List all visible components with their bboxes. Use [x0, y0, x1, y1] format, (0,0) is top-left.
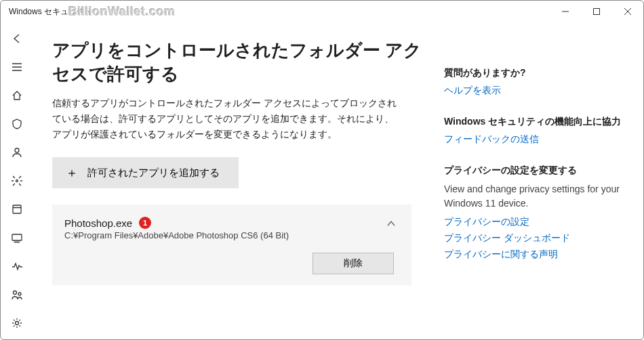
sidebar-item-app-browser[interactable]: [3, 196, 31, 223]
svg-rect-9: [13, 205, 21, 213]
maximize-button[interactable]: [581, 1, 612, 22]
privacy-dashboard-link[interactable]: プライバシー ダッシュボード: [444, 232, 622, 245]
svg-point-7: [15, 148, 19, 152]
sidebar-item-home[interactable]: [3, 82, 31, 109]
privacy-settings-link[interactable]: プライバシーの設定: [444, 216, 622, 228]
feedback-heading: Windows セキュリティの機能向上に協力: [444, 116, 622, 128]
help-heading: 質問がありますか?: [444, 67, 622, 79]
annotation-badge: 1: [139, 217, 151, 229]
remove-button[interactable]: 削除: [313, 253, 394, 274]
allowed-app-card: Photoshop.exe 1 C:¥Program Files¥Adobe¥A…: [52, 205, 411, 285]
svg-point-15: [16, 322, 19, 325]
collapse-button[interactable]: [386, 218, 397, 231]
sidebar-item-firewall[interactable]: [3, 167, 31, 194]
back-button[interactable]: [3, 25, 31, 52]
svg-point-8: [16, 180, 18, 182]
svg-rect-11: [12, 234, 22, 240]
help-link[interactable]: ヘルプを表示: [444, 85, 622, 97]
privacy-text: View and change privacy settings for you…: [444, 182, 622, 211]
allowed-app-path: C:¥Program Files¥Adobe¥Adobe Photoshop C…: [64, 230, 397, 240]
privacy-heading: プライバシーの設定を変更する: [444, 165, 622, 177]
menu-button[interactable]: [3, 54, 31, 81]
sidebar-item-family[interactable]: [3, 281, 31, 308]
sidebar-item-performance[interactable]: [3, 253, 31, 280]
svg-point-13: [14, 291, 17, 295]
close-button[interactable]: [612, 1, 643, 22]
minimize-button[interactable]: [550, 1, 581, 22]
sidebar-item-settings[interactable]: [3, 310, 31, 337]
svg-rect-1: [594, 9, 600, 15]
add-allowed-app-button[interactable]: ＋ 許可されたアプリを追加する: [52, 157, 239, 188]
page-description: 信頼するアプリがコントロールされたフォルダー アクセスによってブロックされている…: [52, 95, 398, 142]
remove-button-label: 削除: [344, 257, 363, 268]
plus-icon: ＋: [66, 165, 78, 181]
sidebar-item-device-security[interactable]: [3, 224, 31, 251]
titlebar: Windows セキュリティ BillionWallet.com: [1, 1, 643, 22]
allowed-app-name: Photoshop.exe: [64, 217, 132, 229]
sidebar: [1, 22, 33, 339]
window-title: Windows セキュリティ: [9, 6, 93, 18]
svg-point-14: [18, 293, 21, 295]
sidebar-item-account[interactable]: [3, 139, 31, 166]
privacy-statement-link[interactable]: プライバシーに関する声明: [444, 249, 622, 261]
feedback-link[interactable]: フィードバックの送信: [444, 133, 622, 146]
add-button-label: 許可されたアプリを追加する: [87, 167, 220, 179]
sidebar-item-virus[interactable]: [3, 110, 31, 137]
page-title: アプリをコントロールされたフォルダー アクセスで許可する: [52, 39, 432, 86]
